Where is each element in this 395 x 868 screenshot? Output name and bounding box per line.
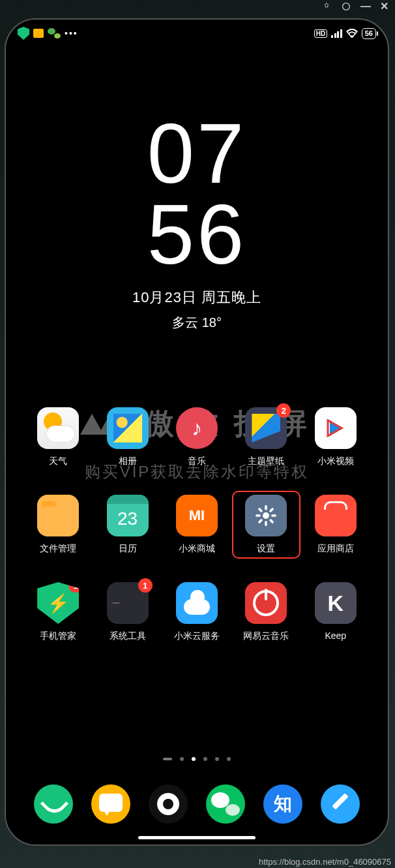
- signal-icon: [331, 29, 342, 38]
- phone-frame: ••• HD 56 07 56 10月23日 周五晚上 多云 18°: [5, 18, 389, 846]
- home-indicator[interactable]: [138, 836, 256, 839]
- svg-point-1: [351, 35, 353, 37]
- security-status-icon: [18, 27, 29, 40]
- app-settings[interactable]: 设置: [232, 491, 300, 559]
- pager-dot-0: [180, 757, 184, 761]
- app-label: 天气: [28, 456, 88, 467]
- source-url: https://blog.csdn.net/m0_46090675: [259, 857, 391, 867]
- app-files[interactable]: 文件管理: [28, 495, 88, 555]
- app-label: 音乐: [167, 456, 227, 467]
- home-app-grid: 天气相册音乐2主题壁纸小米视频文件管理23日历MI小米商城设置应用商店1手机管家…: [6, 407, 388, 642]
- app-phone[interactable]: 电话: [28, 784, 79, 824]
- badge: 1: [138, 578, 153, 593]
- pager-dot-3: [215, 757, 219, 761]
- settings-icon: [245, 495, 287, 536]
- files-icon: [37, 495, 79, 536]
- themes-icon: 2: [245, 407, 287, 449]
- svg-point-0: [343, 3, 350, 10]
- app-label: 网易云音乐: [236, 630, 296, 642]
- mi-cloud-icon: [176, 582, 218, 624]
- app-camera[interactable]: 相机: [143, 784, 194, 824]
- keep-icon: K: [315, 582, 357, 624]
- system-tools-icon: 1: [107, 582, 149, 624]
- app-weather[interactable]: 天气: [28, 407, 88, 467]
- phone-icon: [34, 784, 73, 824]
- clock-minutes: 56: [6, 194, 388, 275]
- security-icon: 1: [37, 582, 79, 624]
- app-label: 相册: [97, 456, 157, 467]
- clock-hours: 07: [6, 114, 388, 194]
- app-netease-music[interactable]: 网易云音乐: [236, 582, 296, 642]
- mi-video-icon: [315, 407, 357, 449]
- wechat-notification-icon: [48, 28, 61, 39]
- badge: 1: [68, 578, 83, 593]
- app-security[interactable]: 1手机管家: [28, 582, 88, 642]
- app-system-tools[interactable]: 1系统工具: [97, 582, 157, 642]
- sms-notification-icon: [33, 29, 44, 38]
- app-app-store[interactable]: 应用商店: [306, 495, 366, 555]
- app-music[interactable]: 音乐: [167, 407, 227, 467]
- weather-line: 多云 18°: [6, 314, 388, 332]
- app-label: 小米云服务: [167, 630, 227, 642]
- more-notifications-icon: •••: [65, 28, 78, 39]
- pager-dot-2: [203, 757, 207, 761]
- status-bar: ••• HD 56: [6, 20, 388, 42]
- app-mi-store[interactable]: MI小米商城: [167, 495, 227, 555]
- music-icon: [176, 407, 218, 449]
- app-label: 日历: [97, 543, 157, 555]
- app-label: 小米视频: [306, 456, 366, 467]
- page-indicator[interactable]: [6, 757, 388, 761]
- window-controls: — ✕: [321, 1, 388, 12]
- close-button[interactable]: ✕: [380, 1, 388, 12]
- dock: 电话短信相机微信知知乎便签: [6, 784, 388, 824]
- calendar-icon: 23: [107, 495, 149, 536]
- app-keep[interactable]: KKeep: [306, 582, 366, 642]
- clock-widget[interactable]: 07 56 10月23日 周五晚上 多云 18°: [6, 114, 388, 332]
- app-label: 手机管家: [28, 630, 88, 642]
- app-label: 应用商店: [306, 543, 366, 555]
- pager-dot-4: [227, 757, 231, 761]
- app-mi-cloud[interactable]: 小米云服务: [167, 582, 227, 642]
- hd-voice-icon: HD: [314, 29, 327, 38]
- notes-icon: [321, 784, 360, 824]
- netease-music-icon: [245, 582, 287, 624]
- gallery-icon: [107, 407, 149, 449]
- app-mi-video[interactable]: 小米视频: [306, 407, 366, 467]
- app-gallery[interactable]: 相册: [97, 407, 157, 467]
- refresh-icon[interactable]: [341, 1, 351, 12]
- svg-point-4: [263, 513, 269, 519]
- app-label: Keep: [306, 630, 366, 641]
- pager-dot-1: [192, 757, 196, 761]
- date-line: 10月23日 周五晚上: [6, 288, 388, 307]
- minimize-button[interactable]: —: [360, 1, 371, 12]
- app-label: 系统工具: [97, 630, 157, 642]
- app-zhihu[interactable]: 知知乎: [257, 784, 308, 824]
- app-label: 小米商城: [167, 543, 227, 555]
- pager-home: [163, 758, 172, 760]
- wechat-icon: [206, 784, 245, 824]
- app-store-icon: [315, 495, 357, 536]
- app-label: 主题壁纸: [236, 456, 296, 467]
- app-wechat[interactable]: 微信: [200, 784, 251, 824]
- badge: 2: [276, 403, 291, 418]
- app-label: 文件管理: [28, 543, 88, 555]
- zhihu-icon: 知: [263, 784, 302, 824]
- app-notes[interactable]: 便签: [315, 784, 366, 824]
- weather-icon: [37, 407, 79, 449]
- mi-store-icon: MI: [176, 495, 218, 536]
- app-label: 设置: [236, 543, 296, 555]
- app-calendar[interactable]: 23日历: [97, 495, 157, 555]
- pin-icon[interactable]: [321, 1, 332, 12]
- app-messages[interactable]: 短信: [85, 784, 136, 824]
- camera-icon: [149, 784, 188, 824]
- app-themes[interactable]: 2主题壁纸: [236, 407, 296, 467]
- wifi-icon: [346, 29, 358, 38]
- battery-indicator: 56: [362, 28, 376, 39]
- screen-mirror-window: — ✕ ••• HD 56: [0, 0, 395, 868]
- messages-icon: [91, 784, 130, 824]
